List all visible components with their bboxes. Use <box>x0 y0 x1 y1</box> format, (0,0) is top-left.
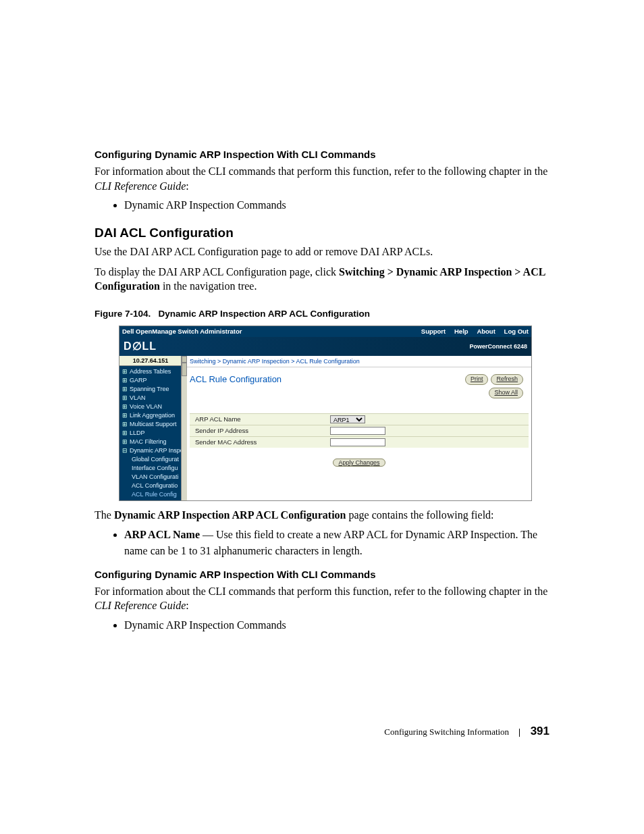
fig-logo-row: D∅LL PowerConnect 6248 <box>119 337 531 356</box>
figure-number: Figure 7-104. <box>95 309 151 319</box>
acl-form: ARP ACL Name ARP1 Sender IP Address Send… <box>190 413 529 448</box>
postfig-c: page contains the following field: <box>346 509 493 521</box>
menu-about[interactable]: About <box>477 328 495 335</box>
fig-topbar: Dell OpenManage Switch Administrator Sup… <box>119 326 531 337</box>
cli2-paragraph: For information about the CLI commands t… <box>95 584 549 613</box>
tree-sub-acl-config[interactable]: ACL Configuratio <box>132 481 182 490</box>
figure-caption: Figure 7-104. Dynamic ARP Inspection ARP… <box>95 309 549 319</box>
figure-screenshot: Dell OpenManage Switch Administrator Sup… <box>119 325 532 501</box>
tree-multicast[interactable]: Multicast Support <box>130 421 177 427</box>
cli1-paragraph: For information about the CLI commands t… <box>95 164 549 193</box>
cli1-ref: CLI Reference Guide <box>95 180 186 192</box>
input-sender-mac[interactable] <box>330 438 385 446</box>
tree-garp[interactable]: GARP <box>130 377 147 384</box>
tree-sub-acl-rule[interactable]: ACL Rule Config <box>132 490 182 499</box>
label-sender-mac: Sender MAC Address <box>190 438 330 446</box>
dai-p2-a: To display the DAI ARP ACL Configuration… <box>95 266 339 278</box>
tree-sub-interface[interactable]: Interface Configu <box>132 464 182 473</box>
tree-address-tables[interactable]: Address Tables <box>130 368 171 375</box>
fig-sidebar: 10.27.64.151 ⊞Address Tables ⊞GARP ⊞Span… <box>119 356 182 500</box>
tree-lldp[interactable]: LLDP <box>130 429 145 436</box>
cli2-ref: CLI Reference Guide <box>95 600 186 611</box>
tree-vlan[interactable]: VLAN <box>130 394 146 401</box>
apply-changes-button[interactable]: Apply Changes <box>333 459 385 467</box>
field-name-label: ARP ACL Name <box>124 529 200 540</box>
cli2-text-b: : <box>186 600 188 611</box>
tree-sub-global[interactable]: Global Configurat <box>132 455 182 464</box>
breadcrumb: Switching > Dynamic ARP Inspection > ACL… <box>187 356 531 367</box>
refresh-button[interactable]: Refresh <box>491 374 523 385</box>
crumb-acl-rule[interactable]: ACL Rule Configuration <box>296 358 359 365</box>
bullet-dai-commands-1: Dynamic ARP Inspection Commands <box>124 197 549 213</box>
cli1-text-a: For information about the CLI commands t… <box>95 165 547 177</box>
dell-logo: D∅LL <box>124 340 157 353</box>
label-arp-acl-name: ARP ACL Name <box>190 415 330 423</box>
field-bullet: ARP ACL Name — Use this field to create … <box>124 527 549 559</box>
sidebar-scrollbar[interactable] <box>181 356 187 500</box>
cli2-text-a: For information about the CLI commands t… <box>95 585 547 597</box>
tree-link-aggregation[interactable]: Link Aggregation <box>130 412 175 419</box>
fig-main: Switching > Dynamic ARP Inspection > ACL… <box>182 356 531 500</box>
footer-section: Configuring Switching Information <box>384 727 509 737</box>
footer-separator <box>519 729 520 737</box>
tree-sub-vlan[interactable]: VLAN Configurati <box>132 473 182 481</box>
postfig-a: The <box>95 509 114 521</box>
scroll-thumb[interactable] <box>182 363 187 376</box>
postfig-b: Dynamic ARP Inspection ARP ACL Configura… <box>114 509 346 521</box>
scroll-up-button[interactable] <box>182 356 187 363</box>
nav-tree[interactable]: ⊞Address Tables ⊞GARP ⊞Spanning Tree ⊞VL… <box>119 366 182 500</box>
print-button[interactable]: Print <box>465 374 489 385</box>
page-footer: Configuring Switching Information 391 <box>384 725 549 738</box>
heading-cli-1: Configuring Dynamic ARP Inspection With … <box>95 149 549 160</box>
crumb-dai[interactable]: Dynamic ARP Inspection <box>223 358 290 365</box>
menu-logout[interactable]: Log Out <box>504 328 529 335</box>
menu-support[interactable]: Support <box>421 328 446 335</box>
tree-voice-vlan[interactable]: Voice VLAN <box>130 403 162 410</box>
figure-title: Dynamic ARP Inspection ARP ACL Configura… <box>159 309 371 319</box>
cli1-text-b: : <box>186 180 188 192</box>
crumb-switching[interactable]: Switching <box>190 358 216 365</box>
input-sender-ip[interactable] <box>330 427 385 435</box>
bullet-dai-commands-2: Dynamic ARP Inspection Commands <box>124 617 549 633</box>
select-arp-acl-name[interactable]: ARP1 <box>330 415 365 423</box>
tree-spanning-tree[interactable]: Spanning Tree <box>130 386 169 392</box>
show-all-button[interactable]: Show All <box>489 388 523 398</box>
dai-paragraph-1: Use the DAI ARP ACL Configuration page t… <box>95 244 549 259</box>
tree-mac-filtering[interactable]: MAC Filtering <box>130 438 167 445</box>
dai-paragraph-2: To display the DAI ARP ACL Configuration… <box>95 265 549 294</box>
device-model: PowerConnect 6248 <box>469 343 527 350</box>
menu-help[interactable]: Help <box>454 328 468 335</box>
heading-cli-2: Configuring Dynamic ARP Inspection With … <box>95 569 549 580</box>
sidebar-ip: 10.27.64.151 <box>119 356 182 366</box>
footer-page-number: 391 <box>531 725 549 737</box>
heading-dai-acl: DAI ACL Configuration <box>95 226 549 240</box>
fig-app-title: Dell OpenManage Switch Administrator <box>122 328 414 335</box>
postfig-paragraph: The Dynamic ARP Inspection ARP ACL Confi… <box>95 508 549 523</box>
label-sender-ip: Sender IP Address <box>190 427 330 434</box>
dai-p2-c: in the navigation tree. <box>160 280 257 292</box>
tree-dai[interactable]: Dynamic ARP Inspe <box>130 447 182 454</box>
